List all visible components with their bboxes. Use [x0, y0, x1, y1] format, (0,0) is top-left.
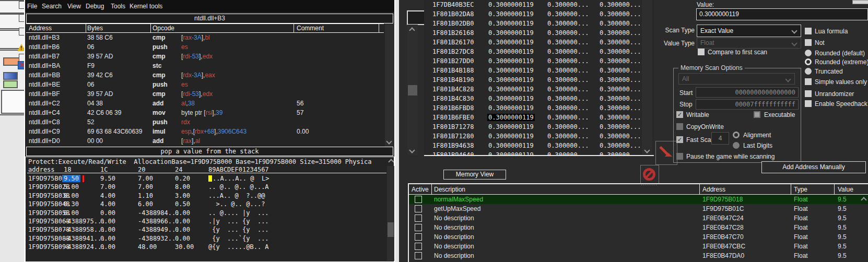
- hex-value-cell[interactable]: 6.00: [64, 209, 79, 217]
- active-checkbox[interactable]: [415, 233, 422, 241]
- hex-value-cell[interactable]: -4388924...: [64, 243, 105, 251]
- active-checkbox[interactable]: [415, 224, 422, 231]
- executable-checkbox[interactable]: [754, 111, 760, 118]
- hex-value-cell[interactable]: 0.00: [175, 209, 190, 217]
- hex-value-cell[interactable]: -4388949...: [138, 226, 179, 233]
- hex-row[interactable]: 1F9D975B0189.509.507.000.20..A...A.. @ L…: [25, 175, 394, 183]
- simple-values-only-checkbox[interactable]: [805, 78, 812, 85]
- disasm-row[interactable]: ntdll.dll+BAF9stc: [26, 61, 384, 70]
- add-address-manually-button[interactable]: Add Address Manually: [761, 161, 866, 173]
- hex-scrollbar-thumb[interactable]: [388, 222, 394, 237]
- disasm-row[interactable]: ntdll.dll+C969 63 68 43C60639imulesp,[rb…: [26, 127, 384, 136]
- menu-item-file[interactable]: File: [27, 3, 37, 10]
- scroll-down-icon[interactable]: [386, 138, 392, 144]
- menu-item-search[interactable]: Search: [42, 3, 62, 10]
- found-row[interactable]: 1F7DB40B3EC0.30000001190.300000...0.3000…: [424, 1, 654, 10]
- scrollbar-thumb[interactable]: [408, 85, 417, 96]
- menu-item-tools[interactable]: Tools: [111, 3, 125, 10]
- table-row[interactable]: getUpMaxSpeed1F9D975B01CFloat9.5: [409, 204, 868, 213]
- hex-row[interactable]: 1F9D975B078-4388958...0.00-4388949...0.0…: [25, 226, 394, 234]
- memory-view-button[interactable]: Memory View: [443, 170, 506, 180]
- writable-checkbox[interactable]: ✓: [676, 111, 683, 118]
- disasm-row[interactable]: ntdll.dll+BB39 42 C6cmp[rdx-3A],eax: [26, 70, 384, 80]
- active-checkbox[interactable]: [415, 196, 422, 203]
- column-divider[interactable]: [86, 24, 86, 32]
- found-row[interactable]: 1F801B4C8280.30000001190.300000...0.3000…: [424, 85, 654, 94]
- disassembler-scrollbar[interactable]: [385, 23, 394, 147]
- hex-value-cell[interactable]: -4388984...: [138, 209, 179, 217]
- hex-value-cell[interactable]: -4388941...: [64, 235, 105, 242]
- hex-row[interactable]: 1F9D975B098-4388924...0.0048.0030.00@{y …: [25, 243, 394, 252]
- menu-item-debug[interactable]: Debug: [86, 3, 104, 10]
- col-address[interactable]: Address: [29, 25, 52, 32]
- found-row[interactable]: 1F801B946380.30000001190.300000...0.3000…: [424, 141, 654, 151]
- found-row[interactable]: 1F801B712800.30000001190.300000...0.3000…: [424, 132, 654, 141]
- table-col-address[interactable]: Address: [702, 186, 725, 193]
- table-col-active[interactable]: Active: [412, 186, 429, 193]
- column-divider[interactable]: [294, 24, 294, 32]
- found-row[interactable]: 1F801B27DD00.30000001190.300000...0.3000…: [424, 57, 654, 66]
- hex-value-cell[interactable]: 48.00: [138, 243, 157, 251]
- hex-value-cell[interactable]: 0.00: [100, 226, 115, 233]
- stop-address-input[interactable]: 00007fffffffffff: [696, 99, 799, 110]
- hex-value-cell[interactable]: 0.00: [100, 243, 115, 251]
- col-opcode[interactable]: Opcode: [153, 25, 174, 32]
- table-row[interactable]: No description1F8E0B47C70Float9.5: [409, 232, 868, 242]
- cancel-scan-button[interactable]: [640, 165, 659, 184]
- found-list-scrollbar[interactable]: [642, 0, 652, 154]
- hex-value-cell[interactable]: 0.50: [175, 200, 190, 208]
- truncated-radio[interactable]: [805, 68, 812, 75]
- col-bytes[interactable]: Bytes: [87, 25, 103, 32]
- hex-value-cell[interactable]: 30.00: [175, 243, 194, 251]
- scroll-down-icon[interactable]: [409, 147, 415, 153]
- col-comment[interactable]: Comment: [297, 25, 324, 32]
- disasm-row[interactable]: ntdll.dll+BE06pushes: [26, 80, 384, 89]
- hex-value-cell[interactable]: 0.30: [64, 200, 79, 208]
- table-row[interactable]: No description1F8E0B47C28Float9.5: [409, 223, 868, 232]
- disasm-row[interactable]: ntdll.dll+B606pushes: [26, 42, 384, 52]
- found-row[interactable]: 1F801B02DB00.30000001190.300000...0.3000…: [424, 19, 654, 29]
- hex-value-cell[interactable]: 3.00: [175, 192, 190, 199]
- active-checkbox[interactable]: [415, 205, 422, 212]
- hex-value-cell[interactable]: 0.00: [100, 235, 115, 242]
- menu-item-kernel-tools[interactable]: Kernel tools: [130, 3, 162, 10]
- hex-value-cell[interactable]: 7.00: [100, 183, 115, 190]
- hex-value-cell[interactable]: 0.20: [175, 175, 190, 182]
- column-divider[interactable]: [699, 184, 700, 194]
- hex-row[interactable]: 1F9D975B0285.007.007.008.00.. @.. @.. @.…: [25, 183, 394, 192]
- found-row[interactable]: 1F801B946400.30000001190.300000...0.3000…: [424, 151, 654, 156]
- table-col-description[interactable]: Description: [434, 186, 465, 193]
- hex-value-cell[interactable]: 7.00: [138, 175, 153, 182]
- unrandomizer-checkbox[interactable]: [805, 90, 812, 97]
- found-row[interactable]: 1F801B02DA80.30000001190.300000...0.3000…: [424, 10, 654, 19]
- hex-value-cell[interactable]: 0.00: [175, 235, 190, 242]
- found-row[interactable]: 1F801B4B1880.30000001190.300000...0.3000…: [424, 66, 654, 76]
- scan-region-dropdown[interactable]: All: [678, 73, 795, 85]
- hex-value-cell[interactable]: -4388932...: [138, 235, 179, 242]
- enable-speedhack-checkbox[interactable]: [805, 100, 812, 107]
- copyonwrite-checkbox[interactable]: [676, 123, 683, 130]
- background-window-scrollbar[interactable]: [407, 25, 418, 155]
- hex-value-cell[interactable]: 9.50: [62, 175, 80, 182]
- table-row[interactable]: No description1F8E0B47C24Float9.5: [409, 213, 868, 223]
- found-row[interactable]: 1F801B261700.30000001190.300000...0.3000…: [424, 38, 654, 47]
- hex-value-cell[interactable]: -4388975...: [64, 218, 105, 225]
- hex-row[interactable]: 1F9D975B088-4388941...0.00-4388932...0.0…: [25, 235, 394, 243]
- active-checkbox[interactable]: [415, 215, 422, 222]
- rounded-default--radio[interactable]: [805, 50, 812, 56]
- disasm-row[interactable]: ntdll.dll+C204 38addal,3856: [26, 99, 384, 108]
- column-divider[interactable]: [791, 184, 791, 194]
- hex-value-cell[interactable]: 9.50: [100, 175, 115, 182]
- value-type-dropdown[interactable]: Float: [697, 38, 801, 49]
- disasm-row[interactable]: ntdll.dll+D000 00add[rax],al: [26, 136, 384, 146]
- hex-value-cell[interactable]: 4.00: [100, 200, 115, 208]
- menu-item-view[interactable]: View: [67, 3, 81, 10]
- start-address-input[interactable]: 0000000000000000: [696, 87, 799, 98]
- column-divider[interactable]: [150, 24, 151, 32]
- hex-row[interactable]: 1F9D975B0388.004.001.103.00...A.. @ ?..@…: [25, 192, 394, 200]
- column-divider[interactable]: [379, 24, 379, 32]
- compare-first-scan-checkbox[interactable]: [698, 49, 705, 55]
- column-divider[interactable]: [431, 184, 432, 194]
- hex-value-cell[interactable]: 7.00: [138, 183, 153, 190]
- table-row[interactable]: No description1F8E0B47DA0Float9.5: [409, 251, 868, 260]
